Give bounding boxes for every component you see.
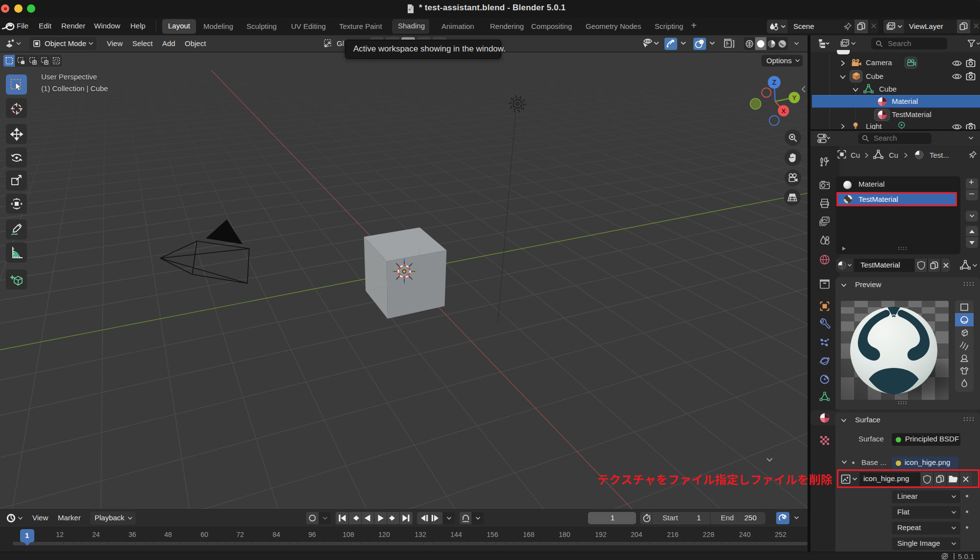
svg-text:X: X: [782, 107, 786, 115]
svg-text:Z: Z: [772, 78, 777, 86]
svg-text:Y: Y: [792, 94, 797, 101]
